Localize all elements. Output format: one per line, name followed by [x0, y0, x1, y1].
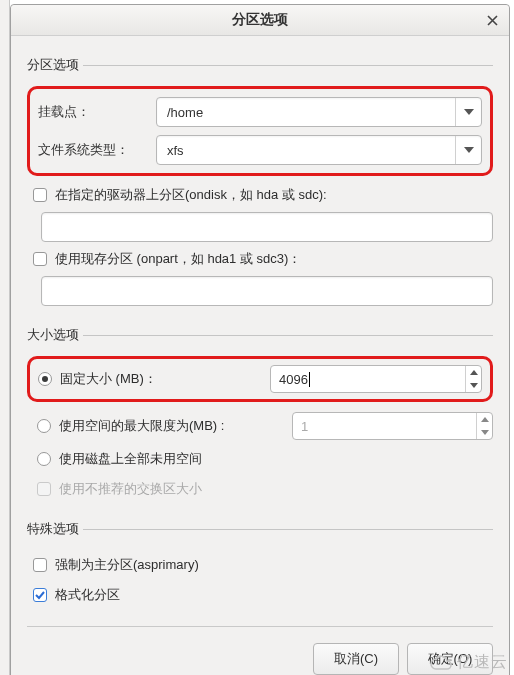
partition-options-legend: 分区选项 [27, 56, 83, 74]
mountpoint-dropdown-button[interactable] [455, 98, 481, 126]
format-label: 格式化分区 [55, 586, 120, 604]
mountpoint-label: 挂载点： [38, 103, 148, 121]
background-panel-edge [0, 0, 10, 675]
special-options-group: 特殊选项 强制为主分区(asprimary) 格式化分区 [27, 520, 493, 610]
fstype-value: xfs [157, 143, 455, 158]
fixed-size-step-up[interactable] [466, 366, 481, 379]
ok-button[interactable]: 确定(O) [407, 643, 493, 675]
cancel-button[interactable]: 取消(C) [313, 643, 399, 675]
highlight-box-fixed-size: 固定大小 (MB)： 4096 [27, 356, 493, 402]
close-icon [487, 15, 498, 26]
window-title: 分区选项 [19, 11, 501, 29]
asprimary-checkbox[interactable] [33, 558, 47, 572]
maxsize-spinner[interactable]: 1 [292, 412, 493, 440]
onpart-checkbox[interactable] [33, 252, 47, 266]
chevron-up-icon [481, 417, 489, 422]
fstype-label: 文件系统类型： [38, 141, 148, 159]
maxsize-radio[interactable] [37, 419, 51, 433]
fixed-size-spinner[interactable]: 4096 [270, 365, 482, 393]
partition-options-group: 分区选项 挂载点： /home 文件系统类型： xfs [27, 56, 493, 310]
fixed-size-value: 4096 [271, 366, 465, 392]
partition-options-dialog: 分区选项 分区选项 挂载点： /home 文件系统类型： [10, 4, 510, 675]
asprimary-label: 强制为主分区(asprimary) [55, 556, 199, 574]
fstype-combo[interactable]: xfs [156, 135, 482, 165]
ondisk-input[interactable] [41, 212, 493, 242]
grow-radio[interactable] [37, 452, 51, 466]
maxsize-label: 使用空间的最大限度为(MB) : [59, 417, 284, 435]
recommended-swap-checkbox [37, 482, 51, 496]
fixed-size-label: 固定大小 (MB)： [60, 370, 270, 388]
button-separator [27, 626, 493, 627]
format-checkbox[interactable] [33, 588, 47, 602]
onpart-input[interactable] [41, 276, 493, 306]
highlight-box-mount-fs: 挂载点： /home 文件系统类型： xfs [27, 86, 493, 176]
chevron-down-icon [470, 383, 478, 388]
ondisk-checkbox[interactable] [33, 188, 47, 202]
maxsize-value: 1 [293, 413, 476, 439]
fixed-size-radio[interactable] [38, 372, 52, 386]
chevron-down-icon [464, 109, 474, 115]
chevron-down-icon [464, 147, 474, 153]
size-options-group: 大小选项 固定大小 (MB)： 4096 使用空间的最大限度为(MB) : 1 [27, 326, 493, 504]
fixed-size-step-down[interactable] [466, 379, 481, 392]
chevron-down-icon [481, 430, 489, 435]
maxsize-step-down[interactable] [477, 426, 492, 439]
chevron-up-icon [470, 370, 478, 375]
mountpoint-combo[interactable]: /home [156, 97, 482, 127]
special-options-legend: 特殊选项 [27, 520, 83, 538]
titlebar: 分区选项 [11, 5, 509, 36]
close-button[interactable] [483, 11, 501, 29]
ondisk-label: 在指定的驱动器上分区(ondisk，如 hda 或 sdc): [55, 186, 327, 204]
onpart-label: 使用现存分区 (onpart，如 hda1 或 sdc3)： [55, 250, 301, 268]
mountpoint-value: /home [157, 105, 455, 120]
maxsize-step-up[interactable] [477, 413, 492, 426]
fstype-dropdown-button[interactable] [455, 136, 481, 164]
size-options-legend: 大小选项 [27, 326, 83, 344]
recommended-swap-label: 使用不推荐的交换区大小 [59, 480, 202, 498]
grow-label: 使用磁盘上全部未用空间 [59, 450, 202, 468]
button-bar: 取消(C) 确定(O) [27, 639, 493, 675]
